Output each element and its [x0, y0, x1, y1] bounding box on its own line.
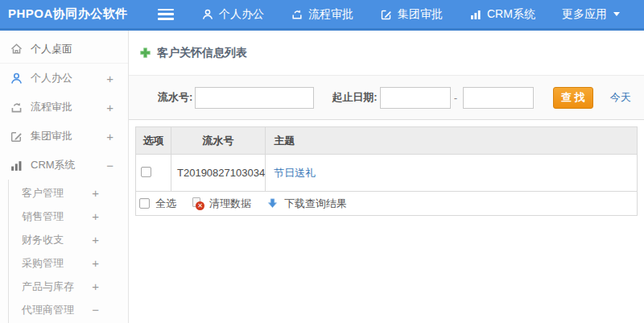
collapse-toggle[interactable]: −	[92, 303, 99, 317]
process-icon	[10, 101, 23, 114]
expand-toggle[interactable]: +	[106, 72, 114, 85]
sidebar-item-crm-system[interactable]: CRM系统 −	[0, 151, 128, 180]
expand-toggle[interactable]: +	[92, 233, 99, 246]
person-icon	[10, 72, 23, 85]
expand-toggle[interactable]: +	[92, 280, 99, 293]
date-range-label: 起止日期:	[332, 90, 377, 105]
sidebar-item-process-approval[interactable]: 流程审批 +	[0, 93, 128, 122]
end-date-input[interactable]	[463, 87, 534, 109]
table-footer-row: 全选 ✕ 清理数据 下载查询结果	[136, 192, 638, 216]
expand-toggle[interactable]: +	[92, 209, 99, 223]
row-checkbox[interactable]	[141, 167, 151, 177]
sidebar-item-personal-desktop[interactable]: 个人桌面	[0, 35, 128, 64]
expand-toggle[interactable]: +	[106, 130, 114, 143]
search-button[interactable]: 查 找	[553, 87, 593, 109]
submenu-item-sales-mgmt[interactable]: 销售管理 +	[9, 205, 128, 228]
nav-label: 个人办公	[219, 7, 264, 22]
serial-input[interactable]	[195, 87, 314, 109]
results-table: 选项 流水号 主题 T20190827103034 节日送礼	[135, 126, 638, 216]
sidebar-item-label: 流程审批	[31, 100, 106, 114]
serial-label: 流水号:	[158, 90, 192, 105]
top-navbar: PHPOA协同办公软件 个人办公 流程审批 集团审批 CRM系统	[0, 0, 644, 31]
clear-data-label[interactable]: 清理数据	[209, 197, 251, 211]
chart-icon	[469, 8, 482, 21]
column-header-option: 选项	[136, 127, 171, 155]
hamburger-menu-icon[interactable]	[158, 9, 174, 20]
edit-icon	[10, 130, 23, 143]
submenu-item-products-inventory[interactable]: 产品与库存 +	[9, 275, 128, 298]
nav-label: CRM系统	[487, 7, 535, 22]
sidebar-item-label: 集团审批	[31, 129, 106, 143]
expand-toggle[interactable]: +	[106, 101, 114, 114]
start-date-input[interactable]	[380, 87, 451, 109]
column-header-subject: 主题	[266, 127, 638, 155]
nav-more-apps[interactable]: 更多应用	[562, 7, 620, 22]
nav-group-approval[interactable]: 集团审批	[380, 7, 443, 22]
expand-toggle[interactable]: +	[92, 186, 99, 200]
sidebar-item-label: 个人办公	[31, 71, 106, 85]
subject-link[interactable]: 节日送礼	[274, 167, 316, 179]
sidebar-item-personal-office[interactable]: 个人办公 +	[0, 64, 128, 93]
collapse-toggle[interactable]: −	[106, 159, 114, 172]
sidebar: 个人桌面 个人办公 + 流程审批 + 集团审批 +	[0, 31, 129, 323]
submenu-item-agent-mgmt[interactable]: 代理商管理 −	[9, 298, 128, 321]
page-title: 客户关怀信息列表	[157, 46, 247, 60]
add-plus-icon[interactable]	[139, 47, 151, 59]
submenu-item-purchasing[interactable]: 采购管理 +	[9, 251, 128, 275]
home-icon	[10, 42, 23, 56]
nav-label: 集团审批	[398, 7, 443, 22]
search-toolbar: 流水号: 起止日期: - 查 找 今天 本周	[129, 75, 644, 120]
submenu-item-finance[interactable]: 财务收支 +	[9, 228, 128, 251]
date-separator: -	[454, 92, 457, 104]
column-header-serial: 流水号	[171, 127, 266, 155]
chart-icon	[10, 159, 23, 172]
table-header-row: 选项 流水号 主题	[136, 127, 638, 155]
sidebar-item-label: 个人桌面	[31, 42, 114, 56]
download-arrow-icon[interactable]	[266, 197, 279, 209]
top-nav: 个人办公 流程审批 集团审批 CRM系统 更多应用	[201, 7, 620, 22]
app-logo[interactable]: PHPOA协同办公软件	[0, 6, 158, 22]
select-all-checkbox[interactable]	[139, 198, 150, 209]
download-results-label[interactable]: 下载查询结果	[284, 197, 347, 211]
table-row: T20190827103034 节日送礼	[136, 155, 638, 192]
page-title-row: 客户关怀信息列表	[129, 31, 644, 75]
nav-label: 流程审批	[308, 7, 353, 22]
select-all-label[interactable]: 全选	[155, 197, 176, 211]
sidebar-item-group-approval[interactable]: 集团审批 +	[0, 122, 128, 151]
nav-personal-office[interactable]: 个人办公	[201, 7, 264, 22]
serial-cell: T20190827103034	[171, 155, 266, 192]
main-content: 客户关怀信息列表 流水号: 起止日期: - 查 找 今天 本周 选项 流水号 主…	[129, 31, 644, 323]
nav-label: 更多应用	[562, 7, 607, 22]
nav-process-approval[interactable]: 流程审批	[291, 7, 353, 22]
process-icon	[291, 8, 303, 21]
submenu-item-customer-mgmt[interactable]: 客户管理 +	[9, 181, 128, 205]
crm-submenu: 客户管理 + 销售管理 + 财务收支 + 采购管理 + 产品与库存 + 代理商管…	[8, 180, 128, 323]
edit-icon	[380, 8, 393, 21]
quick-link-today[interactable]: 今天	[610, 90, 631, 105]
sidebar-item-label: CRM系统	[31, 158, 106, 172]
clear-data-icon[interactable]: ✕	[192, 197, 204, 209]
nav-crm-system[interactable]: CRM系统	[469, 7, 535, 22]
caret-down-icon	[613, 12, 620, 16]
expand-toggle[interactable]: +	[92, 256, 99, 270]
person-icon	[201, 8, 214, 21]
